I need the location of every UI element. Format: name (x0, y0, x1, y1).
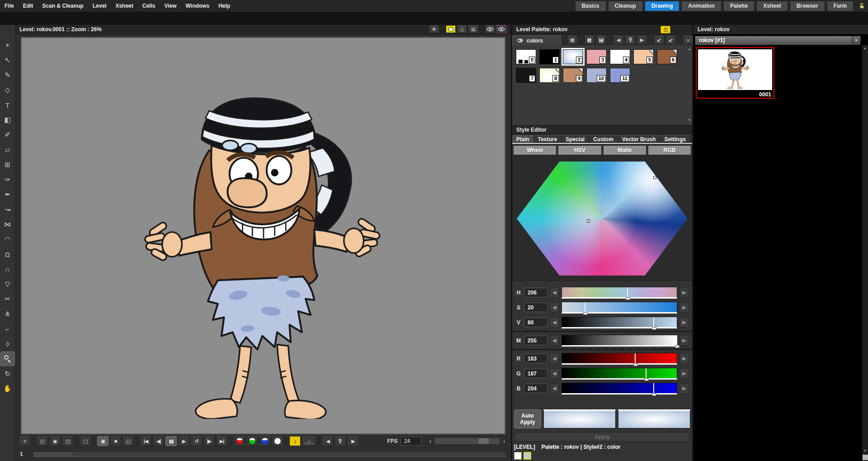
tool-paint-brush-icon[interactable]: ✐ (1, 128, 14, 142)
style-swatch-8[interactable]: 8 (539, 68, 560, 83)
red-channel-icon[interactable] (234, 436, 245, 446)
flip-prev-icon[interactable]: ◀ (322, 436, 333, 446)
slider-value-field[interactable]: 20 (524, 303, 547, 312)
room-tab-palette[interactable]: Palette (724, 1, 754, 11)
tool-hand-icon[interactable]: ✋ (1, 382, 14, 395)
slider-increase-icon[interactable]: ▶ (679, 317, 689, 328)
set-key-icon[interactable] (335, 436, 346, 446)
last-frame-icon[interactable]: ▶| (216, 436, 227, 446)
menu-xsheet[interactable]: Xsheet (111, 0, 137, 12)
save-images-icon[interactable]: ◰ (37, 436, 48, 446)
color-wheel-hexagon[interactable] (517, 162, 688, 276)
tool-selection-icon[interactable]: ↖ (1, 53, 14, 67)
sound-icon[interactable]: ♪ (289, 436, 301, 446)
style-swatch-7[interactable]: 7 (516, 68, 536, 83)
menu-windows[interactable]: Windows (181, 0, 214, 12)
prev-key-icon[interactable]: ◀ (613, 36, 623, 44)
options-icon[interactable]: ≡ (683, 36, 693, 44)
slider-value-field[interactable]: 163 (524, 354, 547, 363)
style-swatch-2[interactable]: 2 (563, 49, 583, 64)
play-icon[interactable]: ▶ (178, 436, 189, 446)
grid-view-icon[interactable]: ▦ (567, 36, 577, 44)
tool-magnet-icon[interactable]: Ω (1, 247, 14, 261)
pause-icon[interactable]: ▮▮ (165, 436, 177, 446)
tool-type-icon[interactable]: T (1, 98, 14, 112)
snapshot-icon[interactable]: ◉ (49, 436, 61, 446)
menu-view[interactable]: View (160, 0, 181, 12)
tool-animate-icon[interactable]: ⌖ (1, 38, 14, 52)
safe-area-icon[interactable]: ◱ (123, 436, 134, 446)
room-tab-basics[interactable]: Basics (576, 1, 606, 11)
style-tab-texture[interactable]: Texture (534, 135, 561, 143)
viewer-h-scrollbar[interactable]: ‹› (427, 437, 507, 445)
define-sub-camera-icon[interactable]: ▢ (80, 436, 91, 446)
slider-cursor[interactable] (676, 335, 677, 345)
slider-track[interactable] (561, 368, 677, 380)
slider-track[interactable] (561, 335, 677, 347)
room-tab-drawing[interactable]: Drawing (645, 1, 679, 11)
menu-help[interactable]: Help (214, 0, 235, 12)
resize-grip[interactable] (863, 455, 868, 460)
new-page-icon[interactable] (654, 36, 664, 44)
slider-track[interactable] (561, 353, 677, 365)
prev-frame-icon[interactable]: ◀| (153, 436, 164, 446)
tool-zoom-icon[interactable] (1, 352, 14, 366)
tool-eraser-icon[interactable]: ▱ (1, 143, 14, 157)
slider-increase-icon[interactable]: ▶ (679, 368, 689, 379)
preview-icon[interactable] (485, 25, 495, 33)
style-swatch-5[interactable]: 5 (633, 49, 654, 64)
slider-increase-icon[interactable]: ▶ (679, 383, 689, 394)
sub-camera-preview-icon[interactable] (496, 25, 506, 33)
next-key-icon[interactable]: ▶ (637, 36, 647, 44)
menu-scan-cleanup[interactable]: Scan & Cleanup (38, 0, 88, 12)
level-dropdown[interactable]: rokov [#1] ▼ (695, 36, 861, 45)
slider-increase-icon[interactable]: ▶ (679, 287, 689, 298)
frame-range-slider[interactable] (33, 451, 506, 457)
tool-tape-icon[interactable]: ⊞ (1, 158, 14, 171)
tool-pump-icon[interactable]: ◠ (1, 233, 14, 246)
tool-rgb-picker-icon[interactable]: ✒ (1, 188, 14, 201)
new-style-icon[interactable] (666, 36, 676, 44)
lock-icon[interactable] (857, 1, 866, 11)
view-button-hsv[interactable]: HSV (558, 145, 601, 155)
tool-iron-icon[interactable]: ▽ (1, 277, 14, 291)
style-swatch-10[interactable]: 10 (586, 68, 607, 83)
slider-track[interactable] (561, 317, 677, 328)
tool-rotate-icon[interactable]: ↻ (1, 367, 14, 380)
slider-increase-icon[interactable]: ▶ (679, 353, 689, 364)
style-swatch-1[interactable]: 1 (539, 49, 560, 64)
slider-track[interactable] (561, 302, 677, 314)
style-tab-plain[interactable]: Plain (512, 135, 534, 143)
slider-increase-icon[interactable]: ▶ (679, 335, 689, 346)
slider-decrease-icon[interactable]: ◀ (550, 383, 559, 394)
palette-power-button[interactable] (660, 26, 670, 33)
style-swatch-9[interactable]: 9 (563, 68, 583, 83)
slider-value-field[interactable]: 80 (524, 318, 547, 327)
slider-decrease-icon[interactable]: ◀ (550, 302, 559, 313)
compare-snapshot-icon[interactable]: ◫ (62, 436, 73, 446)
slider-track[interactable] (561, 287, 677, 299)
slider-track[interactable] (561, 383, 677, 394)
fps-input[interactable]: 24 (401, 437, 421, 446)
chip-white[interactable] (514, 452, 522, 460)
level-strip-scrollbar[interactable]: ▲ ▼ (862, 45, 868, 461)
color-wheel-marker[interactable] (653, 176, 656, 179)
style-tab-special[interactable]: Special (561, 135, 589, 143)
histogram-icon[interactable]: ▂▅▂ (302, 436, 316, 446)
view-button-matte[interactable]: Matte (603, 145, 646, 155)
drawing-canvas[interactable] (21, 37, 505, 434)
tool-control-point-editor-icon[interactable]: ↝ (1, 203, 14, 216)
slider-cursor[interactable] (585, 302, 585, 312)
menu-cells[interactable]: Cells (138, 0, 160, 12)
tool-bender-icon[interactable]: ∩ (1, 262, 14, 276)
scroll-track[interactable] (434, 437, 500, 445)
room-tab-farm[interactable]: Farm (827, 1, 853, 11)
level-thumbnail[interactable]: 0001 (696, 47, 774, 99)
style-swatch-0[interactable]: 0 (516, 49, 536, 64)
slider-increase-icon[interactable]: ▶ (679, 302, 689, 313)
scroll-thumb[interactable] (479, 438, 489, 444)
tool-cutter-icon[interactable]: ✂ (1, 292, 14, 306)
room-tab-animation[interactable]: Animation (682, 1, 721, 11)
swatch-scroll-up-icon[interactable]: ▲ (688, 47, 691, 51)
slider-value-field[interactable]: 206 (524, 288, 547, 297)
